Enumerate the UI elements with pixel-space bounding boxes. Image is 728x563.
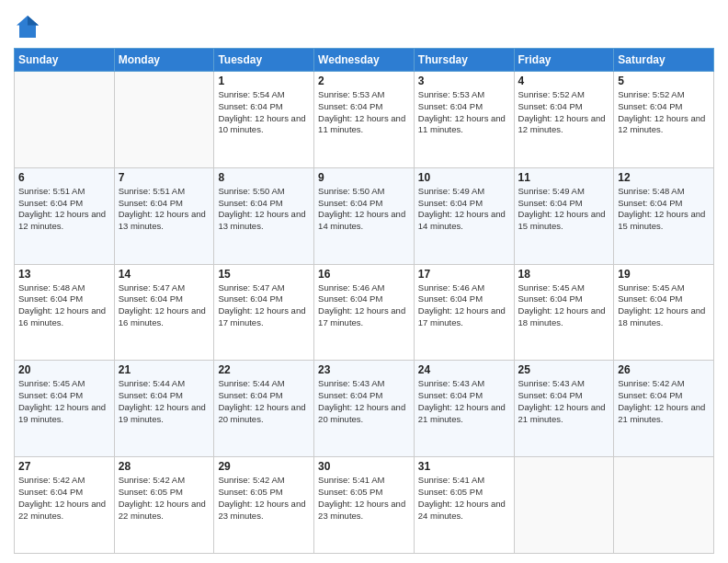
day-number: 22 (218, 363, 310, 376)
calendar-cell (514, 457, 614, 554)
day-info: Sunrise: 5:52 AM Sunset: 6:04 PM Dayligh… (518, 89, 610, 136)
day-number: 28 (119, 460, 210, 473)
day-number: 6 (18, 171, 110, 184)
week-row-4: 20Sunrise: 5:45 AM Sunset: 6:04 PM Dayli… (15, 361, 714, 457)
day-info: Sunrise: 5:49 AM Sunset: 6:04 PM Dayligh… (418, 186, 510, 233)
day-number: 16 (318, 268, 410, 281)
day-info: Sunrise: 5:50 AM Sunset: 6:04 PM Dayligh… (218, 186, 310, 233)
weekday-header-saturday: Saturday (614, 49, 714, 72)
logo (14, 13, 44, 40)
day-number: 3 (418, 75, 510, 87)
day-number: 21 (119, 363, 210, 376)
week-row-3: 13Sunrise: 5:48 AM Sunset: 6:04 PM Dayli… (15, 264, 714, 361)
day-number: 9 (318, 171, 410, 184)
day-number: 19 (618, 268, 710, 281)
svg-marker-1 (28, 16, 39, 26)
calendar-cell: 20Sunrise: 5:45 AM Sunset: 6:04 PM Dayli… (15, 361, 115, 457)
calendar-cell: 28Sunrise: 5:42 AM Sunset: 6:05 PM Dayli… (114, 457, 214, 554)
calendar-cell: 21Sunrise: 5:44 AM Sunset: 6:04 PM Dayli… (114, 361, 214, 457)
week-row-2: 6Sunrise: 5:51 AM Sunset: 6:04 PM Daylig… (15, 167, 714, 264)
day-info: Sunrise: 5:42 AM Sunset: 6:04 PM Dayligh… (618, 378, 710, 425)
day-number: 26 (618, 363, 710, 376)
calendar-cell: 3Sunrise: 5:53 AM Sunset: 6:04 PM Daylig… (414, 72, 514, 168)
day-info: Sunrise: 5:51 AM Sunset: 6:04 PM Dayligh… (119, 186, 210, 233)
day-info: Sunrise: 5:43 AM Sunset: 6:04 PM Dayligh… (518, 378, 610, 425)
page: SundayMondayTuesdayWednesdayThursdayFrid… (0, 0, 728, 563)
day-number: 23 (318, 363, 410, 376)
day-info: Sunrise: 5:44 AM Sunset: 6:04 PM Dayligh… (218, 378, 310, 425)
day-info: Sunrise: 5:46 AM Sunset: 6:04 PM Dayligh… (318, 282, 410, 329)
day-number: 8 (218, 171, 310, 184)
calendar-cell (114, 72, 214, 168)
day-info: Sunrise: 5:42 AM Sunset: 6:05 PM Dayligh… (119, 475, 210, 522)
day-number: 25 (518, 363, 610, 376)
calendar-cell: 18Sunrise: 5:45 AM Sunset: 6:04 PM Dayli… (514, 264, 614, 361)
calendar-cell: 30Sunrise: 5:41 AM Sunset: 6:05 PM Dayli… (314, 457, 415, 554)
day-number: 4 (518, 75, 610, 87)
day-info: Sunrise: 5:51 AM Sunset: 6:04 PM Dayligh… (18, 186, 110, 233)
weekday-header-thursday: Thursday (414, 49, 514, 72)
day-number: 18 (518, 268, 610, 281)
calendar-cell: 11Sunrise: 5:49 AM Sunset: 6:04 PM Dayli… (514, 167, 614, 264)
calendar-cell: 17Sunrise: 5:46 AM Sunset: 6:04 PM Dayli… (414, 264, 514, 361)
day-number: 5 (618, 75, 710, 87)
day-number: 12 (618, 171, 710, 184)
day-info: Sunrise: 5:45 AM Sunset: 6:04 PM Dayligh… (618, 282, 710, 329)
day-info: Sunrise: 5:52 AM Sunset: 6:04 PM Dayligh… (618, 89, 710, 136)
day-number: 29 (218, 460, 310, 473)
day-number: 11 (518, 171, 610, 184)
day-info: Sunrise: 5:54 AM Sunset: 6:04 PM Dayligh… (218, 89, 310, 136)
calendar-cell: 5Sunrise: 5:52 AM Sunset: 6:04 PM Daylig… (614, 72, 714, 168)
day-info: Sunrise: 5:42 AM Sunset: 6:04 PM Dayligh… (18, 475, 110, 522)
calendar-cell: 31Sunrise: 5:41 AM Sunset: 6:05 PM Dayli… (414, 457, 514, 554)
week-row-1: 1Sunrise: 5:54 AM Sunset: 6:04 PM Daylig… (15, 72, 714, 168)
day-info: Sunrise: 5:41 AM Sunset: 6:05 PM Dayligh… (318, 475, 410, 522)
day-number: 24 (418, 363, 510, 376)
day-number: 17 (418, 268, 510, 281)
calendar-cell: 10Sunrise: 5:49 AM Sunset: 6:04 PM Dayli… (414, 167, 514, 264)
day-info: Sunrise: 5:44 AM Sunset: 6:04 PM Dayligh… (119, 378, 210, 425)
calendar-cell: 13Sunrise: 5:48 AM Sunset: 6:04 PM Dayli… (15, 264, 115, 361)
day-info: Sunrise: 5:47 AM Sunset: 6:04 PM Dayligh… (119, 282, 210, 329)
day-number: 30 (318, 460, 410, 473)
calendar-cell: 16Sunrise: 5:46 AM Sunset: 6:04 PM Dayli… (314, 264, 415, 361)
day-number: 10 (418, 171, 510, 184)
calendar-cell: 26Sunrise: 5:42 AM Sunset: 6:04 PM Dayli… (614, 361, 714, 457)
day-number: 31 (418, 460, 510, 473)
day-info: Sunrise: 5:43 AM Sunset: 6:04 PM Dayligh… (418, 378, 510, 425)
calendar-cell: 2Sunrise: 5:53 AM Sunset: 6:04 PM Daylig… (314, 72, 415, 168)
weekday-header-friday: Friday (514, 49, 614, 72)
day-info: Sunrise: 5:48 AM Sunset: 6:04 PM Dayligh… (18, 282, 110, 329)
calendar-cell: 24Sunrise: 5:43 AM Sunset: 6:04 PM Dayli… (414, 361, 514, 457)
calendar-cell: 6Sunrise: 5:51 AM Sunset: 6:04 PM Daylig… (15, 167, 115, 264)
day-info: Sunrise: 5:46 AM Sunset: 6:04 PM Dayligh… (418, 282, 510, 329)
weekday-header-sunday: Sunday (15, 49, 115, 72)
calendar-cell: 14Sunrise: 5:47 AM Sunset: 6:04 PM Dayli… (114, 264, 214, 361)
calendar-cell: 29Sunrise: 5:42 AM Sunset: 6:05 PM Dayli… (214, 457, 314, 554)
day-number: 2 (318, 75, 410, 87)
calendar-cell: 9Sunrise: 5:50 AM Sunset: 6:04 PM Daylig… (314, 167, 415, 264)
calendar-cell: 25Sunrise: 5:43 AM Sunset: 6:04 PM Dayli… (514, 361, 614, 457)
weekday-header-tuesday: Tuesday (214, 49, 314, 72)
day-number: 1 (218, 75, 310, 87)
calendar-cell: 1Sunrise: 5:54 AM Sunset: 6:04 PM Daylig… (214, 72, 314, 168)
day-number: 14 (119, 268, 210, 281)
day-info: Sunrise: 5:50 AM Sunset: 6:04 PM Dayligh… (318, 186, 410, 233)
calendar-cell: 27Sunrise: 5:42 AM Sunset: 6:04 PM Dayli… (15, 457, 115, 554)
calendar-cell: 22Sunrise: 5:44 AM Sunset: 6:04 PM Dayli… (214, 361, 314, 457)
day-number: 13 (18, 268, 110, 281)
calendar-cell (15, 72, 115, 168)
day-info: Sunrise: 5:41 AM Sunset: 6:05 PM Dayligh… (418, 475, 510, 522)
day-info: Sunrise: 5:53 AM Sunset: 6:04 PM Dayligh… (418, 89, 510, 136)
week-row-5: 27Sunrise: 5:42 AM Sunset: 6:04 PM Dayli… (15, 457, 714, 554)
calendar-cell: 12Sunrise: 5:48 AM Sunset: 6:04 PM Dayli… (614, 167, 714, 264)
calendar-cell: 15Sunrise: 5:47 AM Sunset: 6:04 PM Dayli… (214, 264, 314, 361)
calendar-cell: 8Sunrise: 5:50 AM Sunset: 6:04 PM Daylig… (214, 167, 314, 264)
day-info: Sunrise: 5:45 AM Sunset: 6:04 PM Dayligh… (518, 282, 610, 329)
weekday-header-wednesday: Wednesday (314, 49, 415, 72)
calendar-cell: 4Sunrise: 5:52 AM Sunset: 6:04 PM Daylig… (514, 72, 614, 168)
day-info: Sunrise: 5:42 AM Sunset: 6:05 PM Dayligh… (218, 475, 310, 522)
day-info: Sunrise: 5:48 AM Sunset: 6:04 PM Dayligh… (618, 186, 710, 233)
weekday-header-monday: Monday (114, 49, 214, 72)
day-info: Sunrise: 5:53 AM Sunset: 6:04 PM Dayligh… (318, 89, 410, 136)
